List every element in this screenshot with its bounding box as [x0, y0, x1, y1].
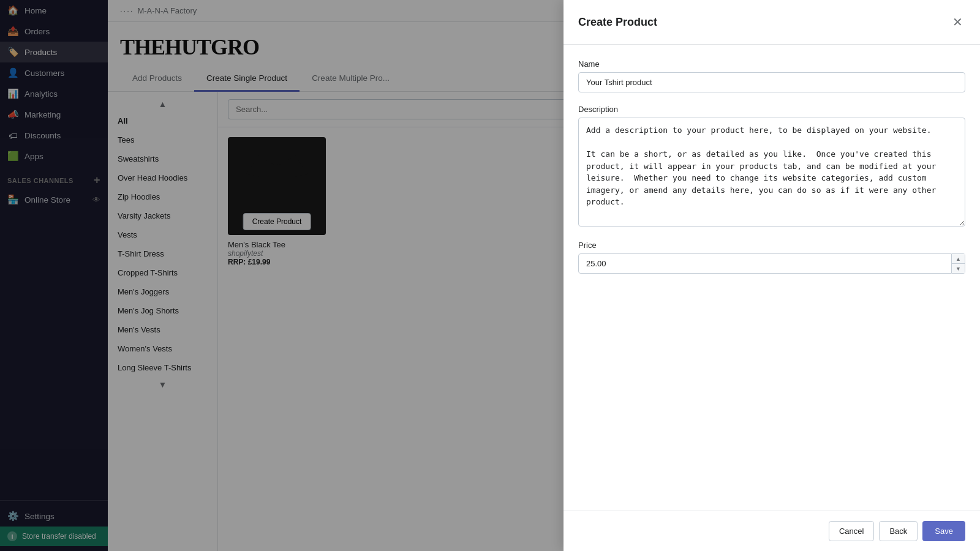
- price-field-group: Price ▲ ▼: [578, 241, 965, 274]
- modal-title: Create Product: [578, 16, 657, 29]
- modal-body: Name Description Price ▲ ▼: [564, 45, 980, 511]
- cancel-button[interactable]: Cancel: [829, 521, 874, 541]
- modal-header: Create Product ✕: [564, 0, 980, 45]
- name-label: Name: [578, 59, 965, 69]
- create-product-modal: Create Product ✕ Name Description Price …: [564, 0, 980, 551]
- modal-footer: Cancel Back Save: [564, 511, 980, 551]
- price-spin-down[interactable]: ▼: [952, 264, 965, 273]
- name-input[interactable]: [578, 72, 965, 92]
- description-textarea[interactable]: [578, 118, 965, 227]
- price-input-wrapper: ▲ ▼: [578, 253, 965, 274]
- name-field-group: Name: [578, 59, 965, 92]
- back-button[interactable]: Back: [879, 521, 918, 541]
- description-field-group: Description: [578, 105, 965, 228]
- modal-overlay: Create Product ✕ Name Description Price …: [0, 0, 980, 551]
- price-spinners: ▲ ▼: [952, 253, 965, 274]
- description-label: Description: [578, 105, 965, 114]
- price-spin-up[interactable]: ▲: [952, 254, 965, 264]
- save-button[interactable]: Save: [922, 521, 965, 541]
- price-label: Price: [578, 241, 965, 250]
- modal-close-button[interactable]: ✕: [950, 12, 965, 32]
- price-input[interactable]: [578, 253, 952, 274]
